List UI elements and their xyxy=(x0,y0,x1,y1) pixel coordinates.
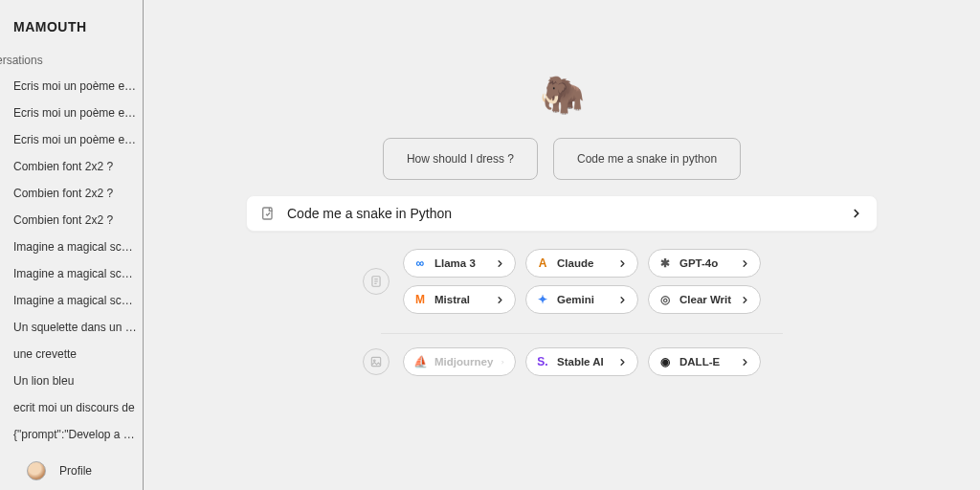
conversation-item[interactable]: une crevette xyxy=(0,341,143,368)
svg-rect-5 xyxy=(371,357,380,366)
model-label: Stable AI xyxy=(557,356,604,368)
model-label: DALL-E xyxy=(679,356,720,368)
profile-label: Profile xyxy=(59,464,92,478)
divider xyxy=(381,333,783,334)
conversation-item[interactable]: ecrit moi un discours de xyxy=(0,394,143,421)
model-label: Gemini xyxy=(557,294,594,305)
text-models-section: ∞Llama 3AClaude✱GPT-4o MMistral✦Gemini◎C… xyxy=(363,249,761,314)
brand-title: MAMOUTH xyxy=(0,11,143,48)
model-icon: ✱ xyxy=(658,256,672,270)
conversation-item[interactable]: Ecris moi un poème en ale xyxy=(0,126,143,153)
model-pill-llama-3[interactable]: ∞Llama 3 xyxy=(403,249,516,278)
model-icon: ◉ xyxy=(658,355,672,368)
svg-rect-0 xyxy=(263,208,272,219)
model-icon: ∞ xyxy=(413,256,427,270)
avatar xyxy=(27,461,46,480)
conversation-item[interactable]: Ecris moi un poème en ale xyxy=(0,100,143,126)
model-label: Clear Writ xyxy=(679,294,731,305)
conversation-item[interactable]: Ecris moi un poème en ale xyxy=(0,73,143,100)
model-label: Midjourney xyxy=(434,356,493,368)
sidebar: MAMOUTH versations Ecris moi un poème en… xyxy=(0,0,144,490)
conversation-item[interactable]: Un squelette dans un plac xyxy=(0,314,143,341)
sidebar-section-label: versations xyxy=(0,48,143,73)
image-models-section: ⛵MidjourneyS.Stable AI◉DALL-E xyxy=(363,347,761,376)
mammoth-logo-icon: 🦣 xyxy=(540,77,585,113)
svg-point-6 xyxy=(373,360,375,362)
conversation-item[interactable]: Imagine a magical scene i xyxy=(0,287,143,314)
model-icon: ✦ xyxy=(536,293,549,306)
model-pill-dall-e[interactable]: ◉DALL-E xyxy=(648,347,761,376)
model-pill-stable-ai[interactable]: S.Stable AI xyxy=(525,347,638,376)
attach-file-icon[interactable] xyxy=(260,206,276,221)
submit-arrow-icon[interactable] xyxy=(850,207,863,220)
suggestion-chips: How should I dress ? Code me a snake in … xyxy=(383,138,741,180)
model-pill-midjourney[interactable]: ⛵Midjourney xyxy=(403,347,516,376)
conversation-item[interactable]: Un lion bleu xyxy=(0,368,143,394)
main-area: 🦣 How should I dress ? Code me a snake i… xyxy=(144,0,980,490)
conversation-item[interactable]: Imagine a magical scene i xyxy=(0,260,143,287)
model-icon: A xyxy=(536,256,549,270)
document-icon xyxy=(363,268,390,295)
conversation-item[interactable]: {"prompt":"Develop a tail xyxy=(0,421,143,448)
conversation-item[interactable]: Combien font 2x2 ? xyxy=(0,180,143,207)
conversation-item[interactable]: Combien font 2x2 ? xyxy=(0,153,143,180)
model-label: Mistral xyxy=(434,294,470,305)
prompt-input-container xyxy=(246,195,878,232)
model-icon: ⛵ xyxy=(413,355,427,368)
model-label: GPT-4o xyxy=(679,257,718,269)
conversation-item[interactable]: Combien font 2x2 ? xyxy=(0,207,143,234)
model-label: Claude xyxy=(557,257,593,269)
model-pill-gemini[interactable]: ✦Gemini xyxy=(525,285,638,314)
model-pill-gpt-4o[interactable]: ✱GPT-4o xyxy=(648,249,761,278)
model-icon: S. xyxy=(536,355,549,368)
prompt-input[interactable] xyxy=(287,206,838,221)
model-pill-clear-writ[interactable]: ◎Clear Writ xyxy=(648,285,761,314)
suggestion-chip-0[interactable]: How should I dress ? xyxy=(383,138,538,180)
image-icon xyxy=(363,348,390,375)
model-icon: ◎ xyxy=(658,293,672,306)
model-pill-claude[interactable]: AClaude xyxy=(525,249,638,278)
model-pill-mistral[interactable]: MMistral xyxy=(403,285,516,314)
suggestion-chip-1[interactable]: Code me a snake in python xyxy=(553,138,741,180)
conversation-item[interactable]: Imagine a magical scene i xyxy=(0,234,143,260)
conversation-list: Ecris moi un poème en aleEcris moi un po… xyxy=(0,73,143,448)
profile-link[interactable]: Profile xyxy=(0,448,143,490)
model-icon: M xyxy=(413,293,427,306)
model-label: Llama 3 xyxy=(434,257,476,269)
